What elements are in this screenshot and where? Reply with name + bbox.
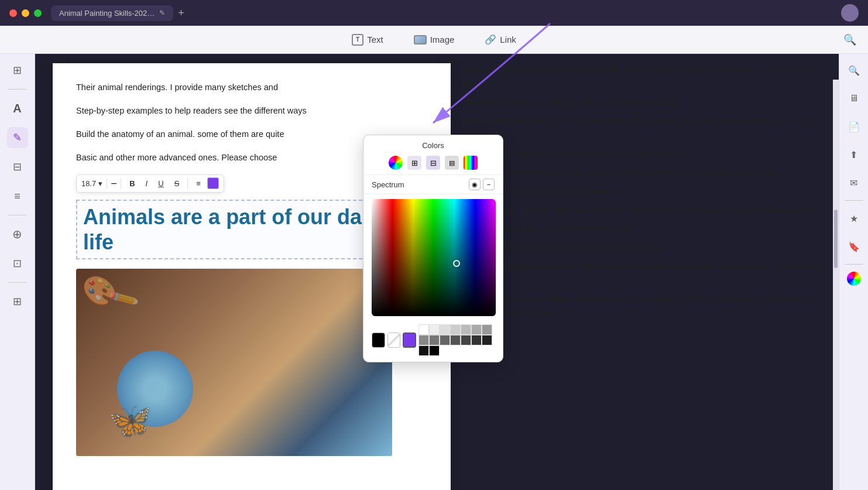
swatch-7[interactable] [482, 324, 492, 335]
sidebar-right-search[interactable]: 🔍 [843, 60, 864, 81]
sidebar-divider-2 [8, 215, 27, 215]
image-tool-label: Image [430, 35, 455, 44]
spectrum-label: Spectrum [372, 180, 404, 189]
spectrum-dropdown-btn[interactable]: ◉ [469, 179, 481, 190]
new-tab-button[interactable]: + [178, 7, 184, 19]
paragraph-2: Step-by-step examples to help readers se… [76, 104, 427, 118]
italic-button[interactable]: I [142, 177, 152, 190]
scrollbar-thumb[interactable] [834, 210, 838, 268]
vertical-scrollbar[interactable] [833, 80, 839, 490]
color-swatch-tab[interactable]: ▤ [445, 156, 459, 170]
spectrum-gradient-bg [372, 199, 496, 316]
sidebar-icon-template[interactable]: ⊡ [7, 253, 28, 274]
butterfly-decoration: 🦋 [108, 400, 152, 441]
sidebar-icon-table[interactable]: ⊟ [7, 156, 28, 177]
swatch-3[interactable] [440, 324, 450, 335]
black-swatch[interactable] [372, 333, 385, 348]
swatch-13[interactable] [471, 335, 482, 345]
color-swatch[interactable] [207, 177, 219, 189]
underline-button[interactable]: U [154, 177, 167, 190]
swatch-2[interactable] [429, 324, 440, 335]
top-toolbar: T Text Image 🔗 Link 🔍 [0, 26, 868, 54]
right-para-7: al renderings. I provide many sketches a… [462, 203, 827, 217]
swatch-1[interactable] [418, 324, 429, 335]
sidebar-icon-edit[interactable]: ✎ [7, 127, 28, 148]
avatar[interactable] [841, 4, 859, 22]
format-toolbar: 18.7 ▾ – B I U S ≡ [76, 174, 224, 193]
right-para-3: and dog art sells a lot of t-shirts, cal… [462, 115, 827, 143]
sidebar-divider-1 [8, 89, 27, 90]
font-size-dropdown-icon[interactable]: ▾ [98, 179, 102, 188]
color-palette-tab[interactable]: ⊟ [426, 156, 440, 170]
sidebar-icon-component[interactable]: ⊕ [7, 224, 28, 245]
right-para-5: nation is the subject of this book. arti… [462, 166, 827, 180]
active-color-swatch[interactable] [403, 333, 416, 348]
tab-area: Animal Painting Skills-202… ✎ + [51, 5, 184, 21]
swatch-6[interactable] [471, 324, 482, 335]
align-button[interactable]: ≡ [192, 177, 205, 190]
font-dash: – [111, 178, 116, 189]
color-spectrum-tab[interactable] [464, 156, 478, 170]
swatch-12[interactable] [461, 335, 471, 345]
swatch-15[interactable] [418, 345, 429, 356]
left-sidebar: ⊞ A ✎ ⊟ ≡ ⊕ ⊡ ⊞ [0, 54, 35, 490]
image-tool-icon [414, 35, 427, 44]
swatch-4[interactable] [450, 324, 461, 335]
separator-1 [107, 178, 107, 189]
tab-title: Animal Painting Skills-202… [59, 9, 155, 18]
swatch-9[interactable] [429, 335, 440, 345]
sidebar-right-mail[interactable]: ✉ [843, 172, 864, 193]
font-size-selector[interactable]: 18.7 ▾ [81, 179, 102, 188]
text-tool-icon: T [352, 34, 363, 46]
sidebar-right-share[interactable]: ⬆ [843, 144, 864, 165]
separator-3 [187, 178, 188, 189]
search-icon[interactable]: 🔍 [843, 33, 856, 46]
tab-edit-icon[interactable]: ✎ [159, 9, 165, 17]
text-tool-label: Text [367, 35, 383, 44]
spectrum-dropdown-row: Spectrum ◉ − [363, 175, 503, 194]
paragraph-1: Their animal renderings. I provide many … [76, 81, 427, 95]
maximize-button[interactable] [34, 9, 42, 17]
color-wheel-tab[interactable] [389, 156, 403, 170]
spectrum-cursor [453, 260, 460, 267]
strikethrough-button[interactable]: S [170, 177, 184, 190]
right-para-11: Paintings, sculptures, jewelry, and even… [462, 292, 827, 320]
swatch-8[interactable] [418, 335, 429, 345]
spectrum-gradient[interactable] [372, 199, 496, 316]
active-tab[interactable]: Animal Painting Skills-202… ✎ [51, 5, 173, 21]
color-picker-popup: Colors ⊞ ⊟ ▤ Spectrum ◉ − [363, 135, 503, 362]
right-para-1: yptian art celebrates animals like cats … [462, 63, 827, 91]
swatch-5[interactable] [461, 324, 471, 335]
sidebar-right-bookmark[interactable]: 🔖 [843, 236, 864, 257]
bold-button[interactable]: B [125, 177, 139, 190]
spectrum-minus-btn[interactable]: − [483, 179, 495, 190]
close-button[interactable] [9, 9, 17, 17]
right-para-10: Egyptian art celebrates animals like cat… [462, 259, 827, 287]
sidebar-right-star[interactable]: ★ [843, 208, 864, 229]
swatch-16[interactable] [429, 345, 440, 356]
right-para-4: e a part of our daily life, the combinat… [462, 148, 827, 162]
swatch-14[interactable] [482, 335, 492, 345]
document-image: 🎨 ✏️ 🦋 [76, 269, 392, 456]
sidebar-right-colorwheel[interactable] [847, 272, 861, 286]
swatch-10[interactable] [440, 335, 450, 345]
sidebar-right-monitor[interactable]: 🖥 [843, 88, 864, 109]
minimize-button[interactable] [22, 9, 29, 17]
sidebar-right-file[interactable]: 📄 [843, 116, 864, 137]
spectrum-controls: ◉ − [469, 179, 495, 190]
swatch-11[interactable] [450, 335, 461, 345]
sidebar-icon-plugin[interactable]: ⊞ [7, 291, 28, 312]
traffic-lights [9, 9, 42, 17]
right-text-column: yptian art celebrates animals like cats … [451, 63, 839, 490]
transparent-swatch[interactable] [387, 333, 401, 348]
link-tool-button[interactable]: 🔗 Link [479, 30, 522, 49]
title-bar: Animal Painting Skills-202… ✎ + [0, 0, 868, 26]
color-picker-title: Colors [363, 135, 503, 153]
sidebar-icon-list[interactable]: ≡ [7, 186, 28, 207]
color-grid-tab[interactable]: ⊞ [407, 156, 421, 170]
sidebar-icon-text-style[interactable]: A [7, 98, 28, 119]
image-tool-button[interactable]: Image [408, 31, 461, 48]
sidebar-icon-pages[interactable]: ⊞ [7, 60, 28, 81]
right-para-9: Basic and other more advanced ones. Plea… [462, 241, 827, 255]
text-tool-button[interactable]: T Text [346, 30, 389, 49]
